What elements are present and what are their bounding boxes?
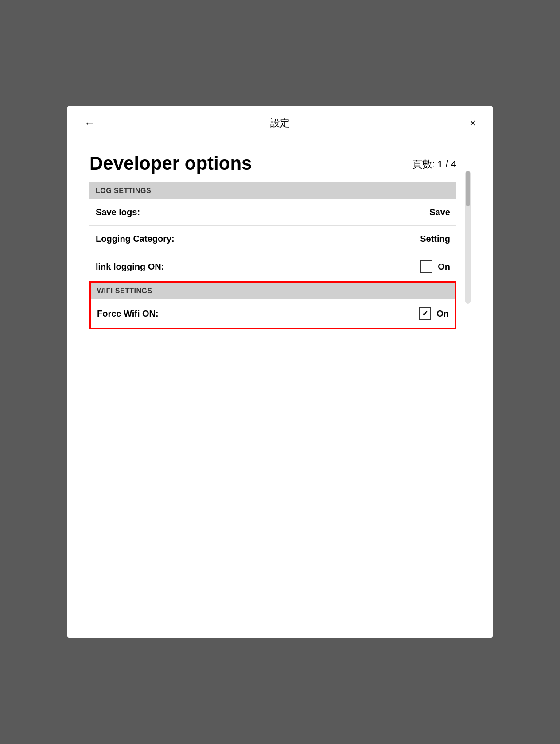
force-wifi-control: On (419, 307, 449, 320)
link-logging-on-label: On (438, 262, 450, 272)
force-wifi-label: Force Wifi ON: (97, 309, 159, 319)
main-content: Developer options 頁數: 1 / 4 LOG SETTINGS… (89, 153, 465, 624)
force-wifi-row: Force Wifi ON: On (91, 299, 455, 328)
save-logs-row: Save logs: Save (89, 199, 456, 226)
back-button[interactable]: ← (81, 115, 98, 131)
back-icon: ← (84, 117, 95, 129)
log-settings-header: LOG SETTINGS (89, 182, 456, 199)
wifi-settings-header: WIFI SETTINGS (91, 283, 455, 299)
logging-category-value[interactable]: Setting (420, 234, 450, 244)
scrollbar-thumb[interactable] (466, 171, 470, 206)
save-logs-value[interactable]: Save (429, 207, 450, 217)
log-settings-section: LOG SETTINGS Save logs: Save Logging Cat… (89, 182, 456, 281)
title-bar: ← 設定 × (67, 106, 493, 140)
link-logging-label: link logging ON: (96, 262, 164, 272)
logging-category-row: Logging Category: Setting (89, 226, 456, 252)
link-logging-checkbox[interactable] (420, 260, 432, 273)
window-title: 設定 (270, 116, 290, 130)
page-header: Developer options 頁數: 1 / 4 (89, 153, 456, 174)
force-wifi-checkbox[interactable] (419, 307, 431, 320)
link-logging-control: On (420, 260, 450, 273)
close-icon: × (470, 117, 476, 129)
scrollbar[interactable] (465, 171, 471, 304)
close-button[interactable]: × (466, 115, 479, 131)
logging-category-label: Logging Category: (96, 234, 175, 244)
page-count: 頁數: 1 / 4 (412, 158, 456, 174)
wifi-settings-section: WIFI SETTINGS Force Wifi ON: On (89, 281, 456, 329)
page-title: Developer options (89, 153, 252, 174)
settings-window: ← 設定 × Developer options 頁數: 1 / 4 LOG S… (67, 106, 493, 638)
save-logs-label: Save logs: (96, 207, 140, 217)
content-area: Developer options 頁數: 1 / 4 LOG SETTINGS… (67, 140, 493, 638)
force-wifi-on-label: On (436, 309, 449, 319)
link-logging-row: link logging ON: On (89, 252, 456, 281)
